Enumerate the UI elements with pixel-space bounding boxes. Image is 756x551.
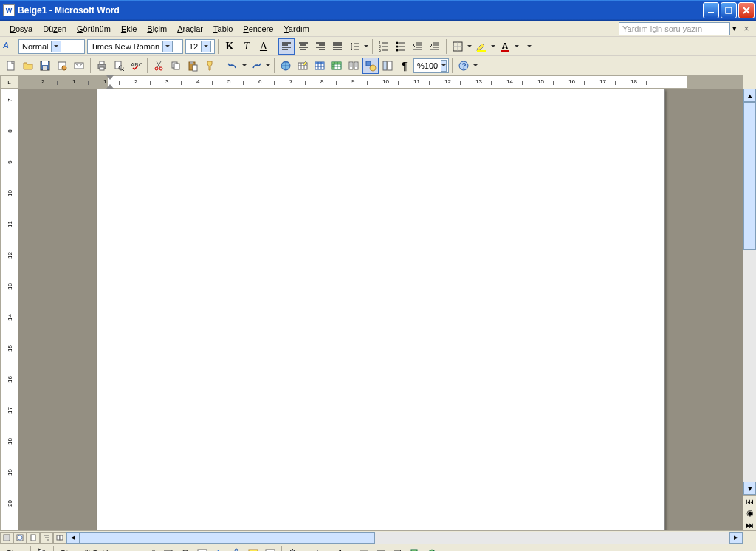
drawing-toolbar-button[interactable] [362,58,379,74]
toolbar-options-dropdown[interactable] [526,38,532,55]
font-color-draw-dropdown[interactable] [349,545,355,551]
vertical-scrollbar[interactable]: ▴ ▾ ⏮ ◉ ⏭ [743,75,756,530]
font-combo[interactable]: Times New Roman [87,39,183,54]
insert-picture-button[interactable] [262,545,278,551]
minimize-button[interactable] [703,2,719,18]
align-left-button[interactable] [278,38,295,55]
clipart-button[interactable] [245,545,261,551]
style-combo[interactable]: Normal [18,39,85,54]
menu-duzen[interactable]: Düzen [38,23,72,35]
align-center-button[interactable] [295,38,312,55]
hyperlink-button[interactable] [278,58,294,74]
save-button[interactable] [37,58,53,74]
ruler-corner[interactable]: L [0,75,18,89]
font-color-dropdown[interactable] [514,38,520,55]
highlight-dropdown[interactable] [490,38,496,55]
font-color-button[interactable]: A [497,38,513,55]
font-size-combo[interactable]: 12 [185,39,215,54]
wordart-button[interactable]: A [211,545,227,551]
tables-borders-button[interactable] [295,58,311,74]
spell-check-button[interactable]: ABC [128,58,144,74]
close-button[interactable] [738,2,755,18]
menu-pencere[interactable]: Pencere [238,23,278,35]
borders-dropdown[interactable] [467,38,472,55]
outline-view-button[interactable] [40,532,53,544]
permission-button[interactable] [54,58,70,74]
browse-object-button[interactable]: ◉ [743,507,756,519]
insert-worksheet-button[interactable] [329,58,345,74]
draw-menu[interactable]: Çiz▾ [3,549,27,552]
document-page[interactable] [97,89,665,530]
line-tool-button[interactable] [126,545,142,551]
line-color-dropdown[interactable] [326,545,331,551]
doc-close-button[interactable]: × [741,24,752,34]
menu-yardim[interactable]: Yardım [278,23,315,35]
paragraph-marks-button[interactable]: ¶ [396,58,413,74]
oval-tool-button[interactable] [177,545,193,551]
scroll-down-button[interactable]: ▾ [743,482,756,495]
open-button[interactable] [20,58,36,74]
help-search-input[interactable]: Yardım için soru yazın [619,22,729,35]
cut-button[interactable] [151,58,167,74]
underline-button[interactable]: A [255,38,272,55]
document-area[interactable] [18,89,743,530]
menu-tablo[interactable]: Tablo [208,23,238,35]
styles-icon[interactable]: A [3,41,15,52]
first-line-indent-marker[interactable] [106,75,114,80]
highlight-button[interactable] [473,38,489,55]
web-layout-view-button[interactable] [13,532,27,544]
print-layout-view-button[interactable] [27,532,40,544]
help-search-dropdown[interactable]: ▾ [729,22,738,35]
columns-button[interactable] [346,58,362,74]
textbox-tool-button[interactable]: A [194,545,210,551]
email-button[interactable] [71,58,87,74]
standard-toolbar-options[interactable] [472,58,478,74]
shadow-style-button[interactable] [407,545,423,551]
menu-bicim[interactable]: Biçim [142,23,172,35]
print-preview-button[interactable] [111,58,127,74]
line-spacing-dropdown[interactable] [363,38,369,55]
maximize-button[interactable] [721,2,737,18]
new-doc-button[interactable] [3,58,19,74]
3d-style-button[interactable] [424,545,440,551]
scroll-thumb-v[interactable] [743,102,756,250]
decrease-indent-button[interactable] [410,38,426,55]
redo-dropdown[interactable] [265,58,271,74]
redo-button[interactable] [248,58,264,74]
menu-ekle[interactable]: Ekle [116,23,142,35]
borders-button[interactable] [450,38,466,55]
align-right-button[interactable] [312,38,329,55]
reading-layout-view-button[interactable] [53,532,66,544]
select-objects-button[interactable] [34,545,50,551]
italic-button[interactable]: T [238,38,255,55]
align-justify-button[interactable] [329,38,346,55]
increase-indent-button[interactable] [427,38,443,55]
scroll-right-button[interactable]: ▸ [729,532,743,544]
rectangle-tool-button[interactable] [160,545,176,551]
line-color-button[interactable] [309,545,325,551]
font-color-draw-button[interactable]: A [332,545,348,551]
vertical-ruler[interactable]: 7891011121314151617181920 [0,89,18,530]
dash-style-button[interactable] [373,545,389,551]
drawing-toolbar-options[interactable] [441,545,447,551]
help-button[interactable]: ? [456,58,472,74]
scroll-thumb-h[interactable] [80,532,375,544]
undo-button[interactable] [224,58,241,74]
scroll-up-button[interactable]: ▴ [743,89,756,102]
fill-color-button[interactable] [285,545,301,551]
bullet-list-button[interactable] [393,38,409,55]
print-button[interactable] [94,58,110,74]
menu-gorunum[interactable]: Görünüm [72,23,116,35]
paste-button[interactable] [185,58,201,74]
prev-page-button[interactable]: ⏮ [743,495,756,507]
hanging-indent-marker[interactable] [106,84,114,89]
line-spacing-button[interactable] [346,38,362,55]
arrow-tool-button[interactable] [143,545,159,551]
copy-button[interactable] [168,58,184,74]
next-page-button[interactable]: ⏭ [743,519,756,530]
scroll-left-button[interactable]: ◂ [66,532,80,544]
insert-table-button[interactable] [312,58,328,74]
diagram-button[interactable] [228,545,244,551]
menu-dosya[interactable]: Dosya [4,23,38,35]
normal-view-button[interactable] [0,532,13,544]
